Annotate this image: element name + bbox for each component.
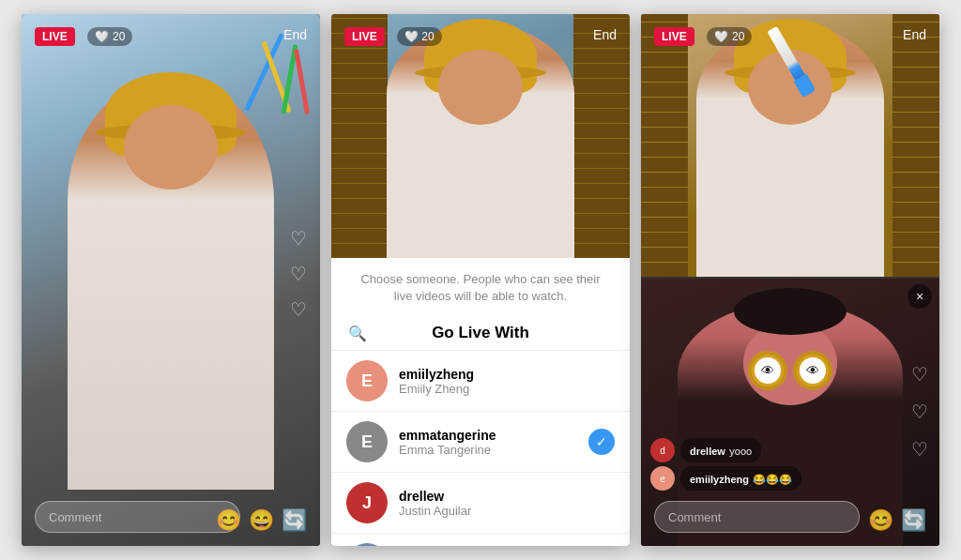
live-badge-1: LIVE <box>35 27 75 46</box>
user-handle-0: emiilyzheng <box>399 367 615 382</box>
emoji-btn-panel3-2[interactable]: 🔄 <box>901 508 926 533</box>
person-panel2 <box>387 23 574 258</box>
panel2-video: LIVE 🤍 20 End <box>331 14 630 258</box>
emoji-bar-panel1: 😊 😄 🔄 <box>216 508 307 533</box>
comment-input-3[interactable]: Comment <box>654 501 860 533</box>
comment-bubble-0: d drellew yooo <box>650 438 801 462</box>
comment-avatar-drellew: d <box>650 438 675 462</box>
avatar-image-0: E <box>346 360 388 401</box>
dialog-title: Go Live With <box>369 324 615 342</box>
user-info-1: emmatangerine Emma Tangerine <box>399 428 577 457</box>
heart-2[interactable]: ♡ <box>290 263 307 285</box>
hearts-panel3: ♡ ♡ ♡ <box>911 363 928 461</box>
emoji-bar-panel3: 😊 🔄 <box>868 508 926 533</box>
bookshelf-right <box>573 14 630 258</box>
heart-1[interactable]: ♡ <box>290 227 307 250</box>
heart-viewer-icon: 🤍 <box>95 30 109 43</box>
user-handle-1: emmatangerine <box>399 428 577 443</box>
comment-bubble-1: e emiilyzheng 😂😂😂 <box>650 466 801 491</box>
user-avatar-3: L <box>346 543 388 546</box>
panel-1: LIVE 🤍 20 End ♡ ♡ ♡ Comment ··· <box>22 14 320 546</box>
user-item-3[interactable]: L lauraclaresnee Laura Claresnee <box>331 534 630 546</box>
comment-username-1: emiilyzheng <box>690 474 749 485</box>
user-comments-panel3: d drellew yooo e emiilyzheng 😂😂😂 <box>650 438 801 494</box>
panel-3: LIVE 🤍 20 End 👁 <box>641 14 939 546</box>
heart-panel3-1[interactable]: ♡ <box>911 363 928 386</box>
panel3-background: LIVE 🤍 20 End 👁 <box>641 14 939 546</box>
dialog-subtitle: Choose someone. People who can see their… <box>331 258 630 316</box>
panel3-top-video: LIVE 🤍 20 End <box>641 14 939 277</box>
emoji-btn-1[interactable]: 😊 <box>216 508 241 533</box>
user-info-2: drellew Justin Aguilar <box>399 489 615 518</box>
user-item-0[interactable]: E emiilyzheng Emiily Zheng <box>331 351 630 412</box>
comment-username-0: drellew <box>690 446 725 457</box>
bookshelf-left <box>331 14 388 258</box>
panel2-background: LIVE 🤍 20 End Choose someone. People who… <box>331 14 630 546</box>
user-item-2[interactable]: J drellew Justin Aguilar <box>331 473 630 534</box>
user-avatar-0: E <box>346 360 388 401</box>
close-button-panel3[interactable]: × <box>908 284 932 309</box>
comment-text-0: yooo <box>729 446 752 457</box>
comment-input-1[interactable]: Comment <box>35 501 240 533</box>
comment-avatar-emiilyzheng: e <box>650 466 675 491</box>
user-list: E emiilyzheng Emiily Zheng E emmatangeri… <box>331 351 630 546</box>
heart-panel3-2[interactable]: ♡ <box>911 401 928 423</box>
live-badge-2: LIVE <box>344 27 385 46</box>
user-handle-2: drellew <box>399 489 615 504</box>
comment-bar-panel3: Comment ··· <box>654 501 883 533</box>
panel-2: LIVE 🤍 20 End Choose someone. People who… <box>331 14 630 546</box>
panel1-background: LIVE 🤍 20 End ♡ ♡ ♡ Comment ··· <box>22 14 320 546</box>
emoji-btn-2[interactable]: 😄 <box>249 508 274 533</box>
user-info-0: emiilyzheng Emiily Zheng <box>399 367 615 396</box>
dialog-search-bar: 🔍 Go Live With <box>331 316 630 351</box>
end-button-2[interactable]: End <box>593 27 617 42</box>
viewer-count-3: 🤍 20 <box>707 27 752 46</box>
viewer-count-1: 🤍 20 <box>87 27 132 46</box>
user-name-1: Emma Tangerine <box>399 443 577 457</box>
hearts-panel1: ♡ ♡ ♡ <box>290 227 307 321</box>
viewer-count-2: 🤍 20 <box>397 27 442 46</box>
person-panel1 <box>68 77 274 490</box>
avatar-image-2: J <box>346 482 388 523</box>
user-name-2: Justin Aguilar <box>399 504 615 518</box>
end-button-3[interactable]: End <box>903 27 926 42</box>
dialog-content: Choose someone. People who can see their… <box>331 258 630 546</box>
selected-check-1: ✓ <box>588 429 615 455</box>
emoji-btn-3[interactable]: 🔄 <box>282 508 307 533</box>
user-item-1[interactable]: E emmatangerine Emma Tangerine ✓ <box>331 412 630 473</box>
user-avatar-2: J <box>346 482 388 523</box>
panel3-bottom-video: 👁 👁 × d drellew yooo <box>641 277 939 546</box>
live-badge-3: LIVE <box>654 27 694 46</box>
user-avatar-1: E <box>346 421 388 462</box>
comment-text-1: 😂😂😂 <box>753 474 792 485</box>
user-name-0: Emiily Zheng <box>399 382 615 396</box>
avatar-image-3: L <box>346 543 388 546</box>
heart-3[interactable]: ♡ <box>290 298 307 321</box>
emoji-btn-panel3-1[interactable]: 😊 <box>868 508 893 533</box>
avatar-image-1: E <box>346 421 388 462</box>
end-button-1[interactable]: End <box>283 27 307 42</box>
split-divider <box>641 277 939 279</box>
heart-panel3-3[interactable]: ♡ <box>911 438 928 461</box>
search-icon[interactable]: 🔍 <box>346 322 369 344</box>
